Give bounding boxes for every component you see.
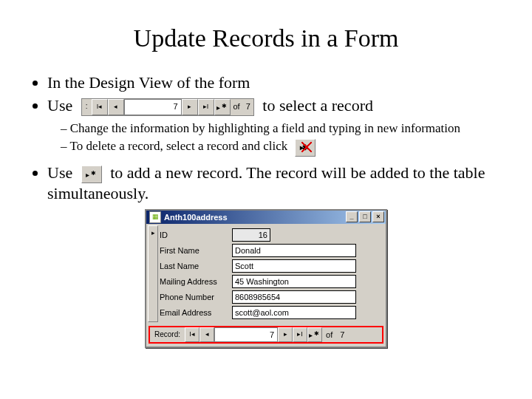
- text-delete-pre: To delete a record, select a record and …: [69, 139, 287, 153]
- email-address-label: Email Address: [160, 307, 232, 318]
- window-titlebar[interactable]: ▦ Anth100address _ □ ×: [146, 211, 386, 224]
- mailing-address-label: Mailing Address: [160, 276, 232, 287]
- field-row-phone-number: Phone Number 8608985654: [160, 290, 381, 304]
- new-record-button[interactable]: [307, 327, 322, 342]
- slide-title: Update Records in a Form: [27, 22, 505, 55]
- recordbar-total: 7: [336, 327, 348, 342]
- delete-record-icon: [300, 143, 310, 152]
- phone-number-field[interactable]: 8608985654: [232, 290, 356, 304]
- first-record-button[interactable]: I◂: [92, 99, 108, 115]
- first-name-field[interactable]: Donald: [232, 244, 356, 257]
- form-window: ▦ Anth100address _ □ × ▸ ID 16 First Nam…: [145, 209, 387, 348]
- delete-record-button[interactable]: [295, 139, 316, 157]
- phone-number-label: Phone Number: [160, 292, 232, 302]
- subbullet-delete: To delete a record, select a record and …: [61, 138, 505, 156]
- next-record-button[interactable]: ▸: [182, 99, 198, 115]
- record-selector[interactable]: ▸: [148, 225, 158, 322]
- first-name-label: First Name: [160, 245, 232, 256]
- current-record-field[interactable]: 7: [214, 327, 278, 342]
- bullet-use-navigator: Use : I◂ ◂ 7 ▸ ▸I of 7 to select a recor…: [47, 95, 505, 117]
- form-icon: ▦: [149, 211, 161, 223]
- next-record-button[interactable]: ▸: [278, 327, 293, 342]
- close-button[interactable]: ×: [372, 211, 384, 222]
- bullet-design-view: In the Design View of the form: [47, 72, 505, 94]
- recnav-label: :: [82, 99, 92, 115]
- form-body: ▸ ID 16 First Name Donald Last Name Scot…: [146, 224, 386, 324]
- text-add-post: to add a new record. The record will be …: [47, 163, 485, 203]
- first-record-button[interactable]: I◂: [185, 327, 200, 342]
- id-label: ID: [160, 230, 232, 240]
- new-record-icon: [87, 171, 96, 178]
- recordbar-of-label: of: [322, 327, 336, 342]
- field-row-id: ID 16: [160, 228, 381, 242]
- prev-record-button[interactable]: ◂: [108, 99, 124, 115]
- last-name-field[interactable]: Scott: [232, 259, 356, 273]
- recnav-total: 7: [243, 99, 253, 115]
- recordbar-label: Record:: [150, 327, 185, 342]
- new-record-button[interactable]: [214, 99, 231, 115]
- email-address-field[interactable]: scott@aol.com: [232, 306, 356, 319]
- field-row-mailing-address: Mailing Address 45 Washington: [160, 275, 381, 288]
- field-row-first-name: First Name Donald: [160, 244, 381, 257]
- last-name-label: Last Name: [160, 261, 232, 271]
- field-row-email-address: Email Address scott@aol.com: [160, 306, 381, 319]
- window-title: Anth100address: [164, 212, 346, 222]
- new-record-toolbar-button[interactable]: [81, 166, 102, 183]
- bullet-add-record: Use to add a new record. The record will…: [47, 163, 505, 205]
- prev-record-button[interactable]: ◂: [200, 327, 214, 342]
- field-row-last-name: Last Name Scott: [160, 259, 381, 273]
- current-record-field[interactable]: 7: [124, 99, 182, 115]
- new-record-icon: [218, 103, 227, 111]
- last-record-button[interactable]: ▸I: [293, 327, 307, 342]
- new-record-icon: [310, 331, 319, 338]
- text-use-pre: Use: [47, 96, 72, 115]
- recnav-of-label: of: [231, 99, 243, 115]
- record-navigator: : I◂ ◂ 7 ▸ ▸I of 7: [81, 98, 254, 116]
- subbullet-change-info: Change the information by highlighting a…: [61, 120, 505, 137]
- text-use-post: to select a record: [262, 96, 373, 115]
- maximize-button[interactable]: □: [359, 211, 371, 222]
- mailing-address-field[interactable]: 45 Washington: [232, 275, 356, 288]
- form-record-navigator: Record: I◂ ◂ 7 ▸ ▸I of 7: [149, 326, 383, 344]
- last-record-button[interactable]: ▸I: [198, 99, 214, 115]
- id-field[interactable]: 16: [232, 228, 270, 242]
- minimize-button[interactable]: _: [346, 211, 358, 222]
- text-add-pre: Use: [47, 163, 72, 182]
